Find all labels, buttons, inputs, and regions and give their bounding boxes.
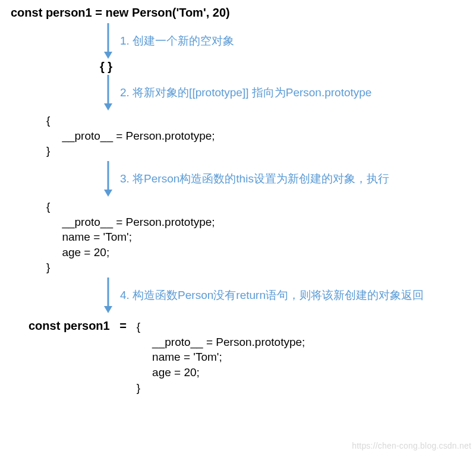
- step-3-row: 3. 将Person构造函数的this设置为新创建的对象，执行: [100, 161, 465, 197]
- assigned-block: { __proto__ = Person.prototype; name = '…: [46, 199, 465, 275]
- svg-marker-5: [104, 190, 112, 197]
- final-object-code: { __proto__ = Person.prototype; name = '…: [137, 319, 305, 395]
- step-2-row: 2. 将新对象的[[prototype]] 指向为Person.prototyp…: [100, 75, 465, 111]
- svg-marker-3: [104, 103, 112, 111]
- svg-marker-1: [104, 52, 112, 59]
- svg-marker-7: [104, 306, 112, 313]
- step-2-label: 2. 将新对象的[[prototype]] 指向为Person.prototyp…: [120, 85, 371, 100]
- step-1-row: 1. 创建一个新的空对象: [100, 23, 465, 59]
- title-code: const person1 = new Person('Tom', 20): [11, 6, 465, 20]
- arrow-down-icon: [100, 75, 116, 111]
- final-assignment-label: const person1 =: [29, 319, 137, 333]
- step-1-label: 1. 创建一个新的空对象: [120, 33, 234, 49]
- empty-object: { }: [100, 60, 465, 74]
- step-4-row: 4. 构造函数Person没有return语句，则将该新创建的对象返回: [100, 278, 465, 313]
- arrow-down-icon: [100, 23, 116, 59]
- step-4-label: 4. 构造函数Person没有return语句，则将该新创建的对象返回: [120, 288, 424, 303]
- arrow-down-icon: [100, 161, 116, 197]
- step-3-label: 3. 将Person构造函数的this设置为新创建的对象，执行: [120, 171, 389, 187]
- watermark: https://chen-cong.blog.csdn.net: [352, 441, 471, 450]
- arrow-down-icon: [100, 278, 116, 313]
- proto-block: { __proto__ = Person.prototype; }: [46, 113, 465, 159]
- final-result: const person1 = { __proto__ = Person.pro…: [29, 319, 465, 395]
